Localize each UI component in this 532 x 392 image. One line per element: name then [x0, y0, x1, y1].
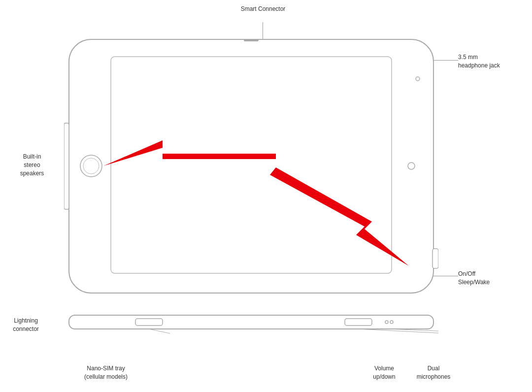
ipad-top-view	[64, 37, 438, 298]
svg-point-3	[83, 158, 99, 174]
svg-point-15	[385, 321, 388, 324]
diagram-container: Smart Connector 3.5 mm headphone jack On…	[0, 0, 532, 392]
label-speakers: Built-in stereo speakers	[10, 153, 54, 177]
label-onoff: On/Off Sleep/Wake	[458, 270, 507, 287]
svg-rect-7	[432, 249, 438, 268]
svg-rect-8	[64, 123, 69, 209]
svg-rect-5	[244, 39, 259, 41]
label-microphones: Dual microphones	[414, 364, 453, 381]
svg-rect-1	[111, 57, 392, 273]
svg-rect-14	[345, 319, 372, 326]
label-smart-connector: Smart Connector	[226, 5, 300, 13]
svg-point-6	[416, 77, 420, 81]
label-nano-sim: Nano-SIM tray (cellular models)	[79, 364, 133, 381]
svg-rect-13	[135, 319, 163, 326]
label-headphone-jack: 3.5 mm headphone jack	[458, 53, 517, 70]
svg-rect-12	[69, 315, 433, 329]
svg-point-16	[390, 321, 393, 324]
ipad-bottom-view	[64, 308, 438, 340]
svg-line-18	[358, 329, 438, 333]
label-lightning: Lightning connector	[2, 317, 49, 333]
svg-point-4	[408, 163, 415, 169]
svg-line-17	[149, 329, 170, 333]
label-volume: Volume up/down	[365, 364, 404, 381]
